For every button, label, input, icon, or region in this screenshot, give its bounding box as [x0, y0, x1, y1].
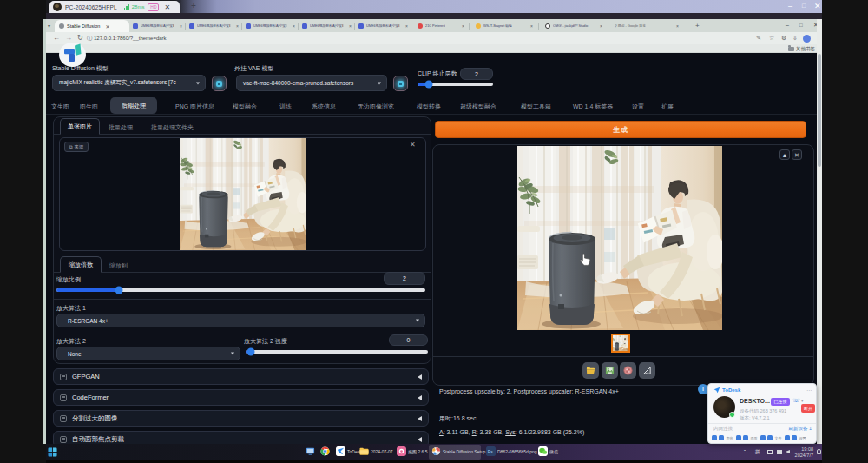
svg-text:Ps: Ps: [488, 449, 493, 454]
